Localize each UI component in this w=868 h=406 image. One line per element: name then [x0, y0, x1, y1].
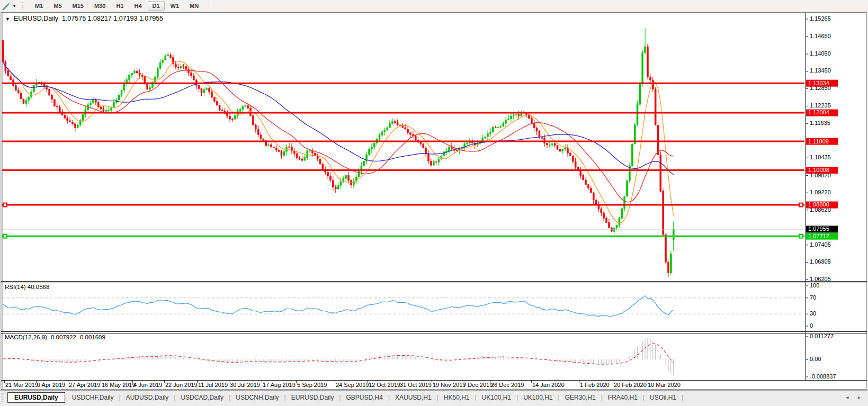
svg-text:0: 0: [810, 322, 813, 329]
tabbar-grip: [2, 393, 4, 402]
svg-text:30: 30: [810, 310, 816, 317]
svg-text:17 Aug 2019: 17 Aug 2019: [263, 382, 296, 388]
svg-text:1 Feb 2020: 1 Feb 2020: [580, 382, 610, 388]
svg-text:11 Jul 2019: 11 Jul 2019: [198, 382, 228, 388]
collapse-chart-icon[interactable]: ▼: [5, 16, 10, 22]
timeframe-button-h4[interactable]: H4: [129, 1, 146, 11]
svg-text:1.12004: 1.12004: [808, 109, 829, 115]
toolbar: ▾ M1M5M15M30H1H4D1W1MN: [0, 0, 868, 12]
crosshair-tool-icon[interactable]: [1, 1, 11, 11]
macd-label: MACD(12,26,9) -0.007922 -0.001609: [5, 334, 105, 340]
svg-text:0.00: 0.00: [810, 356, 821, 362]
chart-tab-usdcad-daily[interactable]: USDCAD,Daily: [175, 392, 229, 403]
svg-text:24 Sep 2019: 24 Sep 2019: [336, 382, 369, 388]
svg-text:1.10435: 1.10435: [810, 154, 831, 160]
chart-title: ▼EURUSD,Daily 1.07575 1.08217 1.07193 1.…: [5, 15, 163, 22]
line-handle[interactable]: [3, 234, 7, 238]
line-handle[interactable]: [799, 203, 803, 207]
svg-text:4 Jun 2019: 4 Jun 2019: [133, 382, 162, 388]
svg-text:70: 70: [810, 294, 816, 301]
chart-tab-uk100-h1[interactable]: UK100,H1: [477, 392, 516, 403]
price-chart-canvas[interactable]: 1.152651.146501.140501.134501.128501.122…: [0, 0, 868, 406]
timeframe-button-w1[interactable]: W1: [166, 1, 184, 11]
chart-tab-hk50-h1[interactable]: HK50,H1: [439, 392, 475, 403]
chart-tool-dropdown-icon[interactable]: ▾: [11, 4, 17, 8]
svg-text:1.07405: 1.07405: [810, 241, 831, 248]
timeframe-button-m1[interactable]: M1: [30, 1, 48, 11]
svg-text:12 Oct 2019: 12 Oct 2019: [369, 382, 400, 388]
tab-scroll-arrows: ◄ ►: [845, 395, 862, 400]
chart-tab-bar: EURUSD,Daily|USDCHF,Daily|AUDUSD,Daily|U…: [0, 390, 868, 404]
svg-text:1.11635: 1.11635: [810, 120, 830, 126]
timeframe-button-m15[interactable]: M15: [68, 1, 88, 11]
toolbar-separator: [209, 2, 209, 10]
timeframe-button-mn[interactable]: MN: [185, 1, 203, 11]
svg-text:-0.008837: -0.008837: [810, 373, 836, 380]
svg-text:9 Apr 2019: 9 Apr 2019: [37, 382, 65, 388]
line-handle[interactable]: [799, 234, 803, 238]
svg-text:1.07955: 1.07955: [808, 225, 829, 232]
svg-text:22 Jun 2019: 22 Jun 2019: [165, 382, 198, 388]
svg-text:1.13450: 1.13450: [810, 67, 831, 74]
svg-text:20 Feb 2020: 20 Feb 2020: [614, 382, 647, 388]
timeframe-buttons: M1M5M15M30H1H4D1W1MN: [30, 1, 204, 11]
chart-tabs: EURUSD,Daily|USDCHF,Daily|AUDUSD,Daily|U…: [7, 392, 683, 403]
chart-tab-gbpusd-h4[interactable]: GBPUSD,H4: [341, 392, 388, 403]
timeframe-button-m5[interactable]: M5: [49, 1, 66, 11]
chart-tab-ger30-h1[interactable]: GER30,H1: [560, 392, 601, 403]
svg-text:26 Dec 2019: 26 Dec 2019: [491, 382, 524, 388]
chart-tab-xauusd-h1[interactable]: XAUUSD,H1: [390, 392, 437, 403]
svg-text:19 Nov 2019: 19 Nov 2019: [433, 382, 466, 388]
svg-text:7 Dec 2019: 7 Dec 2019: [463, 382, 493, 388]
chart-tab-usdcnh-daily[interactable]: USDCNH,Daily: [230, 392, 284, 403]
svg-text:10 Mar 2020: 10 Mar 2020: [648, 382, 681, 388]
svg-text:1.07712: 1.07712: [808, 233, 829, 239]
svg-text:5 Sep 2019: 5 Sep 2019: [297, 382, 327, 388]
tab-scroll-right-icon[interactable]: ►: [857, 395, 862, 400]
chart-tab-usdchf-daily[interactable]: USDCHF,Daily: [67, 392, 119, 403]
chart-tab-fra40-h1[interactable]: FRA40,H1: [603, 392, 643, 403]
svg-text:1.06205: 1.06205: [810, 276, 831, 282]
chart-tab-eurusd-daily[interactable]: EURUSD,Daily: [7, 392, 65, 403]
chart-title-text: EURUSD,Daily 1.07575 1.08217 1.07193 1.0…: [14, 15, 163, 22]
svg-text:31 Oct 2019: 31 Oct 2019: [400, 382, 432, 388]
toolbar-grip: [22, 2, 25, 10]
mt4-terminal: { "toolbar": { "tool_icon": "crosshair-t…: [0, 0, 868, 406]
svg-text:1.09220: 1.09220: [810, 189, 831, 195]
timeframe-button-h1[interactable]: H1: [111, 1, 128, 11]
svg-text:1.10008: 1.10008: [808, 167, 829, 173]
svg-text:100: 100: [810, 282, 819, 288]
rsi-label: RSI(14) 40.0568: [5, 284, 49, 290]
svg-text:1.15265: 1.15265: [810, 15, 831, 22]
svg-text:1.13034: 1.13034: [808, 80, 829, 86]
svg-text:1.14050: 1.14050: [810, 50, 831, 57]
crosshair-tool-glyph: [2, 2, 10, 10]
svg-text:1.08800: 1.08800: [808, 201, 829, 207]
chart-tab-audusd-daily[interactable]: AUDUSD,Daily: [121, 392, 174, 403]
chart-tab-usoil-h1[interactable]: USOil,H1: [645, 392, 682, 403]
svg-text:30 Jul 2019: 30 Jul 2019: [230, 382, 260, 388]
svg-text:16 May 2019: 16 May 2019: [102, 382, 136, 388]
svg-text:1.06805: 1.06805: [810, 258, 831, 265]
svg-text:0.011277: 0.011277: [810, 333, 834, 339]
chart-tab-eurusd-daily[interactable]: EURUSD,Daily: [286, 392, 339, 403]
svg-text:1.12235: 1.12235: [810, 102, 831, 109]
svg-text:1.11009: 1.11009: [808, 138, 829, 145]
tab-scroll-left-icon[interactable]: ◄: [845, 395, 849, 400]
svg-text:1.14650: 1.14650: [810, 33, 831, 39]
svg-text:27 Apr 2019: 27 Apr 2019: [69, 382, 100, 388]
tab-separator: |: [682, 394, 683, 401]
timeframe-button-d1[interactable]: D1: [148, 1, 165, 11]
line-handle[interactable]: [3, 203, 7, 207]
svg-text:21 Mar 2019: 21 Mar 2019: [5, 382, 38, 388]
chart-tab-uk100-h1[interactable]: UK100,H1: [518, 392, 558, 403]
svg-text:14 Jan 2020: 14 Jan 2020: [532, 382, 565, 388]
timeframe-button-m30[interactable]: M30: [90, 1, 110, 11]
